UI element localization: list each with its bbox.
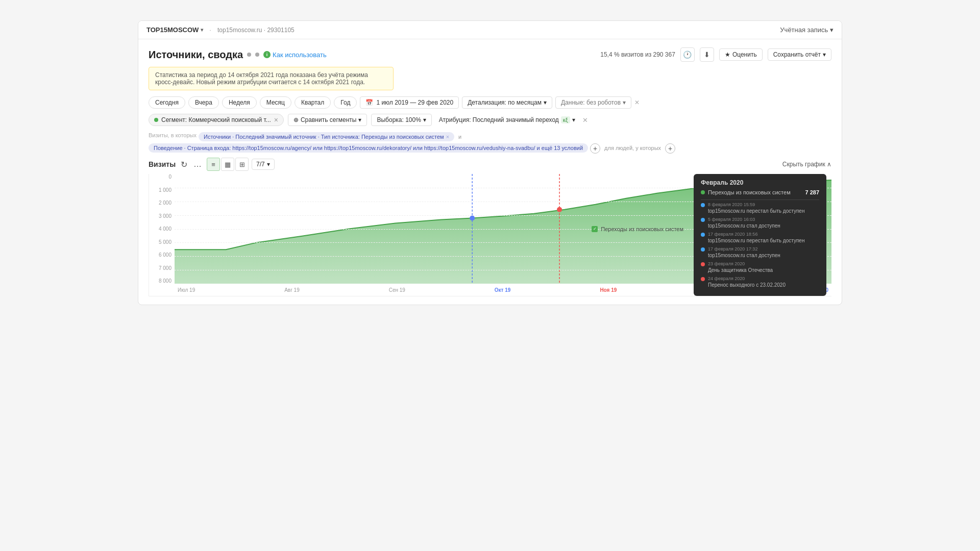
event-6-content: 24 февраля 2020 Перенос выходного с 23.0… (708, 276, 786, 288)
series-selector-button[interactable]: 7/7 ▾ (252, 159, 275, 170)
tooltip-event-5: 23 февраля 2020 День защитника Отечества (701, 261, 819, 273)
event-5-text: День защитника Отечества (708, 267, 773, 273)
event-2-content: 5 февраля 2020 16:03 top15moscow.ru стал… (708, 217, 780, 229)
detail-button[interactable]: Детализация: по месяцам ▾ (462, 96, 552, 109)
save-report-button[interactable]: Сохранить отчёт ▾ (768, 48, 831, 61)
page-title: Источники, сводка (149, 49, 243, 61)
hide-chart-button[interactable]: Скрыть график ∧ (782, 161, 831, 168)
y-label-7000: 7 000 (159, 265, 172, 271)
filter-row: Сегодня Вчера Неделя Месяц Квартал Год 📅… (149, 96, 831, 109)
conditions-row: Визиты, в которых Источники · Последний … (149, 132, 831, 154)
event-5-time: 23 февраля 2020 (708, 261, 773, 266)
x-label-nov19: Ноя 19 (600, 287, 617, 293)
series-chevron-icon: ▾ (267, 161, 270, 168)
y-label-4000: 4 000 (159, 226, 172, 232)
download-icon-button[interactable]: ⬇ (700, 47, 714, 62)
y-label-6000: 6 000 (159, 252, 172, 258)
x-label-aug19: Авг 19 (284, 287, 300, 293)
condition-and-text: и (456, 132, 463, 141)
condition-add-button[interactable]: + (590, 143, 600, 154)
line-chart-view-button[interactable]: ≡ (207, 158, 220, 171)
event-dot-blue-4-icon (701, 247, 705, 252)
event-2-text: top15moscow.ru стал доступен (708, 223, 780, 229)
event-1-content: 8 февраля 2020 15:59 top15moscow.ru пере… (708, 202, 804, 214)
month-filter-button[interactable]: Месяц (260, 96, 291, 109)
conditions-prefix: Визиты, в которых (149, 132, 197, 138)
data-button[interactable]: Данные: без роботов ▾ (555, 96, 631, 109)
tooltip-divider (701, 199, 819, 200)
event-5-content: 23 февраля 2020 День защитника Отечества (708, 261, 773, 273)
data-info-icon: ✕ (634, 99, 640, 106)
clock-icon-button[interactable]: 🕐 (680, 47, 695, 62)
account-link[interactable]: Учётная запись ▾ (780, 26, 834, 34)
event-2-time: 5 февраля 2020 16:03 (708, 217, 780, 222)
quarter-filter-button[interactable]: Квартал (295, 96, 331, 109)
condition-1-close-icon[interactable]: × (446, 134, 449, 140)
today-filter-button[interactable]: Сегодня (149, 96, 185, 109)
table-view-button[interactable]: ⊞ (235, 158, 249, 171)
year-filter-button[interactable]: Год (334, 96, 357, 109)
legend-check-icon: ✓ (592, 226, 598, 232)
warning-box: Статистика за период до 14 октября 2021 … (149, 67, 394, 90)
top-bar-left: TOP15MOSCOW ▾ · top15moscow.ru · 2930110… (146, 26, 295, 34)
tooltip-popup: Февраль 2020 Переходы из поисковых систе… (694, 174, 826, 296)
yesterday-filter-button[interactable]: Вчера (188, 96, 219, 109)
event-3-content: 17 февраля 2020 18:56 top15moscow.ru пер… (708, 232, 804, 243)
save-report-chevron-icon: ▾ (823, 51, 826, 58)
tooltip-event-1: 8 февраля 2020 15:59 top15moscow.ru пере… (701, 202, 819, 214)
title-dot-icon (247, 53, 251, 57)
marker-dot-oct (470, 216, 475, 221)
sampling-button[interactable]: Выборка: 100% ▾ (371, 114, 431, 126)
more-options-button[interactable]: … (191, 159, 204, 170)
rate-button[interactable]: ★ Оценить (719, 48, 763, 61)
chart-container: 8 000 7 000 6 000 5 000 4 000 3 000 2 00… (149, 174, 831, 296)
compare-segments-button[interactable]: ⊕ Сравнить сегменты ▾ (288, 114, 368, 126)
event-dot-red-6-icon (701, 277, 705, 281)
page-title-row: Источники, сводка i Как использовать 15,… (149, 47, 831, 62)
bar-chart-view-button[interactable]: ▦ (221, 158, 234, 171)
breadcrumb-sep: · (209, 26, 211, 34)
date-range-text: 1 июл 2019 — 29 фев 2020 (376, 99, 453, 106)
tooltip-event-4: 17 февраля 2020 17:32 top15moscow.ru ста… (701, 246, 819, 258)
event-dot-blue-1-icon (701, 203, 705, 207)
detail-chevron-icon: ▾ (544, 99, 547, 106)
refresh-button[interactable]: ↻ (179, 159, 189, 170)
content-area: Источники, сводка i Как использовать 15,… (138, 39, 842, 305)
attribution-button[interactable]: Атрибуция: Последний значимый переход кξ… (436, 114, 578, 126)
y-label-2000: 2 000 (159, 200, 172, 206)
how-to-use-button[interactable]: i Как использовать (263, 51, 327, 59)
attribution-model-badge: кξ (561, 116, 570, 123)
segment-chip: Сегмент: Коммерческий поисковый т... × (149, 114, 284, 126)
event-1-text: top15moscow.ru перестал быть доступен (708, 208, 804, 214)
info-icon: i (263, 51, 271, 58)
segment-close-icon[interactable]: × (274, 116, 278, 123)
legend-label-text: Переходы из поисковых систем (601, 226, 683, 232)
series-count-text: 7/7 (256, 161, 265, 168)
y-label-1000: 1 000 (159, 187, 172, 193)
x-label-sep19: Сен 19 (389, 287, 405, 293)
event-4-content: 17 февраля 2020 17:32 top15moscow.ru ста… (708, 246, 780, 258)
segment-dot-icon (154, 118, 158, 122)
x-label-jul19: Июл 19 (178, 287, 195, 293)
chart-legend-right: ✓ Переходы из поисковых систем (592, 226, 683, 232)
visits-label: Визиты (149, 160, 176, 168)
week-filter-button[interactable]: Неделя (222, 96, 257, 109)
tooltip-event-3: 17 февраля 2020 18:56 top15moscow.ru пер… (701, 232, 819, 243)
attribution-info-icon: ✕ (582, 116, 588, 124)
sampling-chevron-icon: ▾ (423, 116, 426, 123)
y-label-0: 0 (168, 174, 172, 180)
condition-2-text: Поведение · Страница входа: https://top1… (154, 145, 583, 151)
main-card: TOP15MOSCOW ▾ · top15moscow.ru · 2930110… (138, 20, 842, 305)
segment-label-text: Сегмент: Коммерческий поисковый т... (161, 116, 271, 123)
account-selector[interactable]: TOP15MOSCOW ▾ (146, 26, 203, 34)
visits-stat: 15,4 % визитов из 290 367 (600, 51, 675, 58)
date-range-button[interactable]: 📅 1 июл 2019 — 29 фев 2020 (360, 96, 459, 109)
top-bar: TOP15MOSCOW ▾ · top15moscow.ru · 2930110… (138, 21, 842, 39)
event-4-text: top15moscow.ru стал доступен (708, 253, 780, 258)
event-1-time: 8 февраля 2020 15:59 (708, 202, 804, 207)
condition-add2-button[interactable]: + (665, 143, 675, 154)
y-label-3000: 3 000 (159, 213, 172, 219)
tooltip-title: Февраль 2020 (701, 179, 819, 186)
segment-row: Сегмент: Коммерческий поисковый т... × ⊕… (149, 114, 831, 126)
tooltip-metric-value: 7 287 (805, 189, 819, 195)
